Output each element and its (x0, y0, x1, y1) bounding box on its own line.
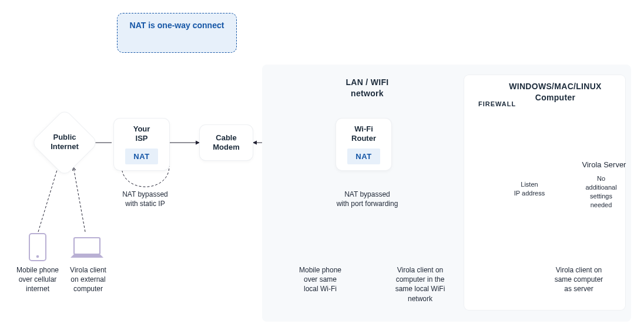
caption-no-settings: Noadditioanalsettingsneeded (583, 174, 619, 209)
wifi-router-node: Wi-FiRouter NAT (336, 119, 391, 170)
svg-line-14 (38, 164, 59, 232)
caption-nat-static: NAT bypassedwith static IP (119, 190, 172, 208)
svg-line-15 (73, 167, 85, 232)
laptop-icon (71, 238, 103, 258)
nat-badge-isp: NAT (125, 149, 157, 164)
public-internet-label: PublicInternet (38, 133, 91, 152)
cable-modem-label: CableModem (213, 133, 240, 153)
caption-client-same-computer: Virola client onsame computeras server (549, 265, 608, 294)
firewall-label: FIREWALL (478, 100, 516, 107)
wifi-router-label: Wi-FiRouter (341, 124, 387, 144)
caption-client-same-lan: Virola client oncomputer in thesame loca… (391, 265, 450, 303)
lan-wifi-title: LAN / WIFInetwork (308, 77, 426, 99)
nat-badge-router: NAT (347, 149, 380, 164)
isp-node: YourISP NAT (114, 119, 169, 170)
svg-point-33 (36, 255, 39, 258)
nat-info-title: NAT is one-way connect (118, 21, 236, 30)
nat-info-box: NAT is one-way connect (117, 13, 237, 53)
caption-nat-port: NAT bypassedwith port forwarding (329, 190, 405, 208)
caption-mobile-cellular: Mobile phoneover cellularinternet (14, 265, 62, 294)
cable-modem-node: CableModem (200, 125, 253, 160)
virola-server-label: Virola Server (581, 160, 628, 170)
caption-client-external: Virola clienton externalcomputer (65, 265, 112, 294)
diagram-stage: NAT is one-way connect LAN / WIFInetwork… (0, 0, 644, 334)
phone-icon (29, 234, 46, 261)
caption-listen-ip: ListenIP address (511, 180, 548, 198)
isp-label: YourISP (119, 124, 165, 144)
svg-rect-36 (74, 238, 100, 254)
caption-mobile-same-wifi: Mobile phoneover samelocal Wi-Fi (294, 265, 347, 294)
